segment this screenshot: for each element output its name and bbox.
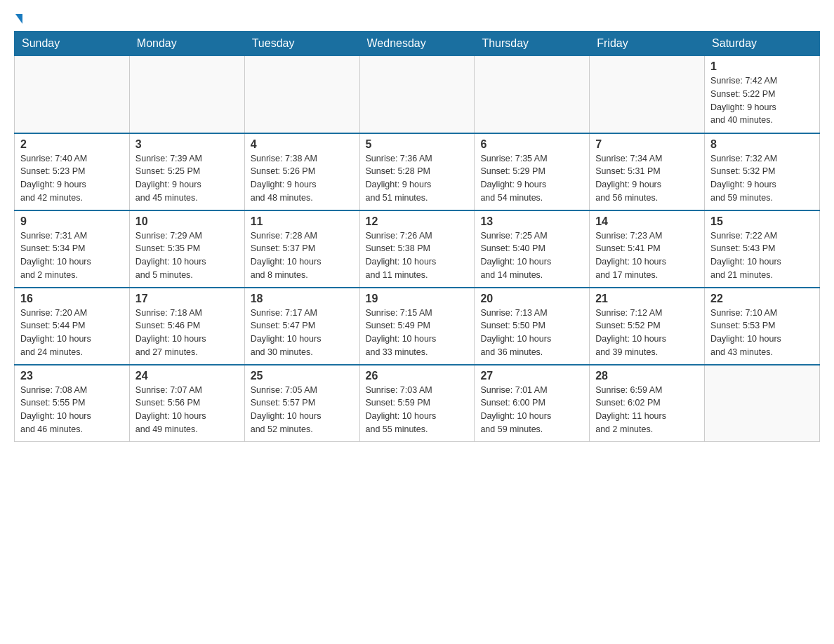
- week-row-5: 23Sunrise: 7:08 AMSunset: 5:55 PMDayligh…: [15, 365, 820, 442]
- day-info: Sunrise: 7:36 AMSunset: 5:28 PMDaylight:…: [366, 152, 469, 205]
- day-number: 7: [595, 138, 699, 151]
- day-number: 28: [595, 370, 699, 382]
- calendar-cell: 26Sunrise: 7:03 AMSunset: 5:59 PMDayligh…: [359, 365, 475, 442]
- calendar-cell: 22Sunrise: 7:10 AMSunset: 5:53 PMDayligh…: [705, 288, 820, 365]
- day-number: 13: [480, 215, 583, 228]
- day-number: 10: [135, 215, 239, 228]
- day-header-saturday: Saturday: [705, 32, 820, 56]
- day-number: 18: [251, 293, 354, 305]
- day-number: 25: [251, 370, 354, 382]
- calendar-cell: 8Sunrise: 7:32 AMSunset: 5:32 PMDaylight…: [705, 133, 820, 210]
- calendar-cell: 20Sunrise: 7:13 AMSunset: 5:50 PMDayligh…: [475, 288, 590, 365]
- calendar-cell: 15Sunrise: 7:22 AMSunset: 5:43 PMDayligh…: [705, 210, 820, 288]
- calendar-cell: 23Sunrise: 7:08 AMSunset: 5:55 PMDayligh…: [15, 365, 130, 442]
- day-header-monday: Monday: [129, 32, 244, 56]
- day-info: Sunrise: 7:18 AMSunset: 5:46 PMDaylight:…: [135, 307, 239, 359]
- calendar-cell: 12Sunrise: 7:26 AMSunset: 5:38 PMDayligh…: [359, 210, 475, 288]
- calendar-cell: [705, 365, 820, 442]
- calendar-cell: [15, 56, 130, 133]
- day-info: Sunrise: 7:32 AMSunset: 5:32 PMDaylight:…: [710, 152, 814, 205]
- day-info: Sunrise: 7:40 AMSunset: 5:23 PMDaylight:…: [20, 152, 124, 205]
- day-number: 22: [710, 293, 814, 305]
- day-number: 5: [366, 138, 469, 151]
- day-info: Sunrise: 7:12 AMSunset: 5:52 PMDaylight:…: [595, 307, 699, 359]
- day-number: 1: [710, 60, 814, 73]
- calendar-cell: 27Sunrise: 7:01 AMSunset: 6:00 PMDayligh…: [475, 365, 590, 442]
- day-info: Sunrise: 7:28 AMSunset: 5:37 PMDaylight:…: [251, 229, 354, 282]
- calendar-cell: 28Sunrise: 6:59 AMSunset: 6:02 PMDayligh…: [590, 365, 705, 442]
- calendar-cell: [359, 56, 475, 133]
- calendar-cell: 3Sunrise: 7:39 AMSunset: 5:25 PMDaylight…: [129, 133, 244, 210]
- day-number: 26: [366, 370, 469, 382]
- calendar-cell: [244, 56, 359, 133]
- day-info: Sunrise: 7:13 AMSunset: 5:50 PMDaylight:…: [480, 307, 583, 359]
- calendar-cell: [475, 56, 590, 133]
- week-row-2: 2Sunrise: 7:40 AMSunset: 5:23 PMDaylight…: [15, 133, 820, 210]
- day-header-wednesday: Wednesday: [359, 32, 475, 56]
- day-number: 8: [710, 138, 814, 151]
- calendar-cell: 13Sunrise: 7:25 AMSunset: 5:40 PMDayligh…: [475, 210, 590, 288]
- day-info: Sunrise: 7:08 AMSunset: 5:55 PMDaylight:…: [20, 384, 124, 436]
- calendar-cell: 7Sunrise: 7:34 AMSunset: 5:31 PMDaylight…: [590, 133, 705, 210]
- day-number: 21: [595, 293, 699, 305]
- calendar-cell: 21Sunrise: 7:12 AMSunset: 5:52 PMDayligh…: [590, 288, 705, 365]
- day-number: 3: [135, 138, 239, 151]
- day-info: Sunrise: 7:01 AMSunset: 6:00 PMDaylight:…: [480, 384, 583, 436]
- calendar-cell: 17Sunrise: 7:18 AMSunset: 5:46 PMDayligh…: [129, 288, 244, 365]
- day-info: Sunrise: 7:38 AMSunset: 5:26 PMDaylight:…: [251, 152, 354, 205]
- calendar-cell: [590, 56, 705, 133]
- day-number: 4: [251, 138, 354, 151]
- day-header-friday: Friday: [590, 32, 705, 56]
- calendar-cell: 24Sunrise: 7:07 AMSunset: 5:56 PMDayligh…: [129, 365, 244, 442]
- day-number: 14: [595, 215, 699, 228]
- calendar-cell: 16Sunrise: 7:20 AMSunset: 5:44 PMDayligh…: [15, 288, 130, 365]
- day-number: 27: [480, 370, 583, 382]
- logo: [14, 14, 22, 24]
- day-number: 19: [366, 293, 469, 305]
- day-number: 20: [480, 293, 583, 305]
- calendar-cell: 4Sunrise: 7:38 AMSunset: 5:26 PMDaylight…: [244, 133, 359, 210]
- day-info: Sunrise: 7:35 AMSunset: 5:29 PMDaylight:…: [480, 152, 583, 205]
- day-info: Sunrise: 7:25 AMSunset: 5:40 PMDaylight:…: [480, 229, 583, 282]
- day-info: Sunrise: 7:07 AMSunset: 5:56 PMDaylight:…: [135, 384, 239, 436]
- day-info: Sunrise: 7:17 AMSunset: 5:47 PMDaylight:…: [251, 307, 354, 359]
- day-info: Sunrise: 7:34 AMSunset: 5:31 PMDaylight:…: [595, 152, 699, 205]
- day-number: 16: [20, 293, 124, 305]
- calendar-cell: 1Sunrise: 7:42 AMSunset: 5:22 PMDaylight…: [705, 56, 820, 133]
- day-header-thursday: Thursday: [475, 32, 590, 56]
- calendar-cell: [129, 56, 244, 133]
- day-info: Sunrise: 7:31 AMSunset: 5:34 PMDaylight:…: [20, 229, 124, 282]
- day-number: 15: [710, 215, 814, 228]
- calendar-table: SundayMondayTuesdayWednesdayThursdayFrid…: [14, 31, 820, 442]
- day-number: 11: [251, 215, 354, 228]
- day-info: Sunrise: 7:42 AMSunset: 5:22 PMDaylight:…: [710, 74, 814, 127]
- day-info: Sunrise: 7:39 AMSunset: 5:25 PMDaylight:…: [135, 152, 239, 205]
- day-number: 6: [480, 138, 583, 151]
- day-info: Sunrise: 7:22 AMSunset: 5:43 PMDaylight:…: [710, 229, 814, 282]
- calendar-cell: 11Sunrise: 7:28 AMSunset: 5:37 PMDayligh…: [244, 210, 359, 288]
- day-number: 17: [135, 293, 239, 305]
- calendar-cell: 18Sunrise: 7:17 AMSunset: 5:47 PMDayligh…: [244, 288, 359, 365]
- day-number: 12: [366, 215, 469, 228]
- logo-triangle-icon: [15, 14, 22, 24]
- day-info: Sunrise: 7:29 AMSunset: 5:35 PMDaylight:…: [135, 229, 239, 282]
- day-header-sunday: Sunday: [15, 32, 130, 56]
- calendar-cell: 14Sunrise: 7:23 AMSunset: 5:41 PMDayligh…: [590, 210, 705, 288]
- calendar-cell: 9Sunrise: 7:31 AMSunset: 5:34 PMDaylight…: [15, 210, 130, 288]
- calendar-cell: 19Sunrise: 7:15 AMSunset: 5:49 PMDayligh…: [359, 288, 475, 365]
- day-info: Sunrise: 7:23 AMSunset: 5:41 PMDaylight:…: [595, 229, 699, 282]
- day-header-tuesday: Tuesday: [244, 32, 359, 56]
- day-info: Sunrise: 7:26 AMSunset: 5:38 PMDaylight:…: [366, 229, 469, 282]
- calendar-cell: 5Sunrise: 7:36 AMSunset: 5:28 PMDaylight…: [359, 133, 475, 210]
- day-number: 9: [20, 215, 124, 228]
- calendar-cell: 10Sunrise: 7:29 AMSunset: 5:35 PMDayligh…: [129, 210, 244, 288]
- day-info: Sunrise: 7:05 AMSunset: 5:57 PMDaylight:…: [251, 384, 354, 436]
- day-info: Sunrise: 7:20 AMSunset: 5:44 PMDaylight:…: [20, 307, 124, 359]
- week-row-3: 9Sunrise: 7:31 AMSunset: 5:34 PMDaylight…: [15, 210, 820, 288]
- calendar-header-row: SundayMondayTuesdayWednesdayThursdayFrid…: [15, 32, 820, 56]
- day-info: Sunrise: 6:59 AMSunset: 6:02 PMDaylight:…: [595, 384, 699, 436]
- calendar-cell: 2Sunrise: 7:40 AMSunset: 5:23 PMDaylight…: [15, 133, 130, 210]
- calendar-cell: 25Sunrise: 7:05 AMSunset: 5:57 PMDayligh…: [244, 365, 359, 442]
- day-info: Sunrise: 7:10 AMSunset: 5:53 PMDaylight:…: [710, 307, 814, 359]
- week-row-4: 16Sunrise: 7:20 AMSunset: 5:44 PMDayligh…: [15, 288, 820, 365]
